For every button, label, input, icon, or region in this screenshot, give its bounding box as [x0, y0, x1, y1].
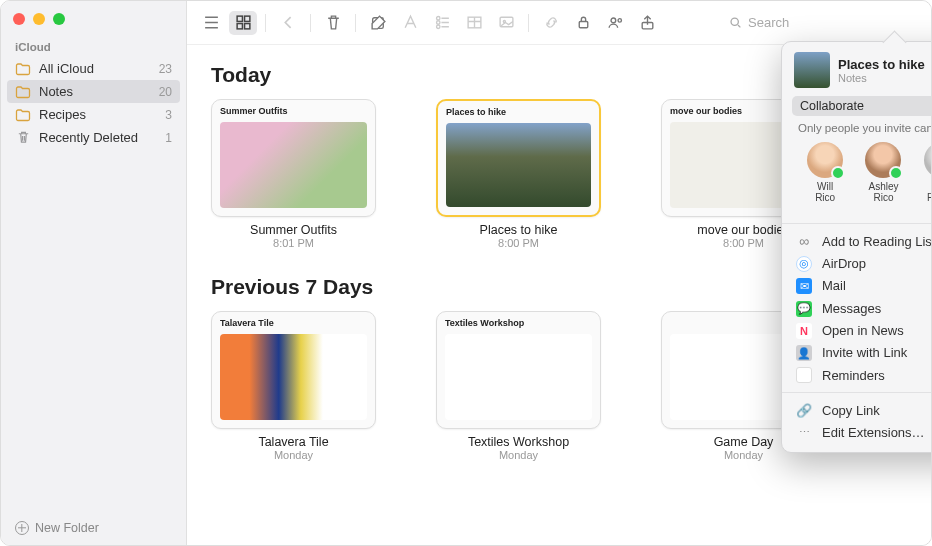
share-action-label: Edit Extensions… — [822, 425, 925, 440]
share-button[interactable] — [633, 11, 661, 35]
close-window[interactable] — [13, 13, 25, 25]
person-name: RicoFamily — [927, 181, 932, 203]
edit-icon: ⋯ — [796, 424, 812, 441]
airdrop-icon: ◎ — [796, 255, 812, 272]
gallery-view-button[interactable] — [229, 11, 257, 35]
share-action[interactable]: ◎ AirDrop — [782, 252, 932, 275]
share-action[interactable]: ≡ Reminders — [782, 364, 932, 386]
share-popover: Places to hike Notes Collaborate Only pe… — [781, 41, 932, 453]
folder-name: Notes — [39, 84, 159, 99]
messages-badge-icon — [889, 166, 903, 180]
share-permission-row[interactable]: Only people you invite can edit — [792, 120, 932, 136]
mail-icon: ✉ — [796, 278, 812, 295]
svg-rect-1 — [244, 16, 249, 21]
note-thumbnail: Textiles Workshop — [436, 311, 601, 429]
window-controls — [1, 1, 186, 31]
sidebar-folder[interactable]: All iCloud 23 — [1, 57, 186, 80]
share-action-label: Mail — [822, 278, 846, 293]
reminders-icon: ≡ — [796, 367, 812, 383]
share-mode-select[interactable]: Collaborate — [792, 96, 932, 116]
person-name: AshleyRico — [868, 181, 898, 203]
note-title: Textiles Workshop — [436, 435, 601, 449]
messages-badge-icon — [831, 166, 845, 180]
share-action[interactable]: ✉ Mail — [782, 275, 932, 298]
note-time: Monday — [436, 449, 601, 461]
share-note-thumbnail — [794, 52, 830, 88]
share-mode-label: Collaborate — [800, 99, 864, 113]
note-thumbnail: Summer Outfits — [211, 99, 376, 217]
folder-icon — [15, 108, 31, 122]
link-button[interactable] — [537, 11, 565, 35]
share-action-label: Invite with Link — [822, 345, 907, 360]
svg-point-6 — [436, 21, 439, 24]
list-view-button[interactable] — [197, 11, 225, 35]
share-action-label: Add to Reading List — [822, 234, 932, 249]
infinity-icon: ∞ — [796, 233, 812, 249]
share-action[interactable]: 👤 Invite with Link — [782, 342, 932, 365]
zoom-window[interactable] — [53, 13, 65, 25]
sidebar: iCloud All iCloud 23 Notes 20 Recipes 3 … — [1, 1, 187, 545]
checklist-button[interactable] — [428, 11, 456, 35]
minimize-window[interactable] — [33, 13, 45, 25]
compose-button[interactable] — [364, 11, 392, 35]
note-thumbnail: Talavera Tile — [211, 311, 376, 429]
share-action[interactable]: 🔗 Copy Link — [782, 399, 932, 421]
new-folder-button[interactable]: New Folder — [1, 511, 186, 545]
collaborate-button[interactable] — [601, 11, 629, 35]
note-thumbnail: Places to hike — [436, 99, 601, 217]
main-area: Search Today Summer Outfits Summer Outfi… — [187, 1, 931, 545]
folder-icon — [15, 62, 31, 76]
share-person[interactable]: WillRico — [807, 142, 843, 203]
format-button[interactable] — [396, 11, 424, 35]
note-card[interactable]: Places to hike Places to hike 8:00 PM — [436, 99, 601, 249]
messages-icon: 💬 — [796, 300, 812, 317]
back-button[interactable] — [274, 11, 302, 35]
share-action-label: Open in News — [822, 323, 904, 338]
share-action[interactable]: ⋯ Edit Extensions… — [782, 421, 932, 444]
note-card[interactable]: Textiles Workshop Textiles Workshop Mond… — [436, 311, 601, 461]
note-time: 8:00 PM — [436, 237, 601, 249]
search-icon — [729, 16, 742, 29]
note-thumb-title: Places to hike — [438, 101, 599, 120]
folder-name: Recently Deleted — [39, 130, 165, 145]
folder-count: 3 — [165, 108, 172, 122]
share-note-title: Places to hike — [838, 57, 925, 72]
note-thumb-title: Summer Outfits — [212, 100, 375, 119]
svg-point-13 — [618, 19, 621, 22]
share-note-subtitle: Notes — [838, 72, 925, 84]
media-button[interactable] — [492, 11, 520, 35]
invite-icon: 👤 — [796, 345, 812, 362]
share-person[interactable]: AshleyRico — [865, 142, 901, 203]
delete-button[interactable] — [319, 11, 347, 35]
avatar — [924, 142, 932, 178]
svg-rect-2 — [237, 24, 242, 29]
search-field[interactable]: Search — [721, 11, 921, 35]
plus-icon — [15, 521, 29, 535]
svg-rect-0 — [237, 16, 242, 21]
share-permission-label: Only people you invite can edit — [798, 122, 932, 134]
sidebar-folder[interactable]: Recently Deleted 1 — [1, 126, 186, 149]
note-thumb-title: Textiles Workshop — [437, 312, 600, 331]
folder-count: 20 — [159, 85, 172, 99]
folder-count: 23 — [159, 62, 172, 76]
toolbar: Search — [187, 1, 931, 45]
share-action[interactable]: N Open in News — [782, 320, 932, 342]
avatar — [865, 142, 901, 178]
svg-point-5 — [436, 17, 439, 20]
share-person[interactable]: RicoFamily — [924, 142, 932, 203]
search-placeholder: Search — [748, 15, 789, 30]
note-card[interactable]: Summer Outfits Summer Outfits 8:01 PM — [211, 99, 376, 249]
note-card[interactable]: Talavera Tile Talavera Tile Monday — [211, 311, 376, 461]
sidebar-folder[interactable]: Recipes 3 — [1, 103, 186, 126]
svg-rect-3 — [244, 24, 249, 29]
lock-button[interactable] — [569, 11, 597, 35]
svg-point-7 — [436, 25, 439, 28]
note-title: Places to hike — [436, 223, 601, 237]
share-action-label: Reminders — [822, 368, 885, 383]
table-button[interactable] — [460, 11, 488, 35]
sidebar-folder[interactable]: Notes 20 — [7, 80, 180, 103]
share-action[interactable]: ∞ Add to Reading List — [782, 230, 932, 252]
folder-count: 1 — [165, 131, 172, 145]
share-action[interactable]: 💬 Messages — [782, 297, 932, 320]
trash-icon — [15, 131, 31, 145]
